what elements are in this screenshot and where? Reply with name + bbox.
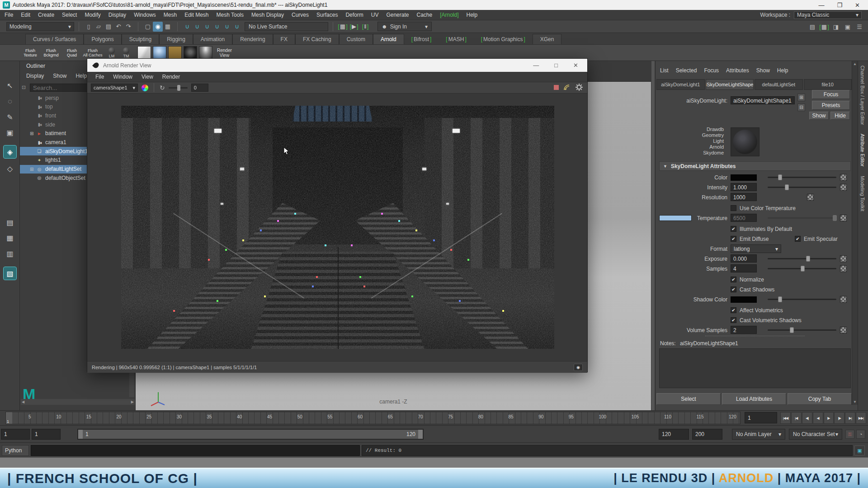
color-swatch[interactable]	[731, 174, 757, 181]
shelf-tab-mash[interactable]: MASH	[439, 34, 473, 44]
ae-tab-aiskydomelightshape1[interactable]: aiSkyDomeLightShape1	[706, 79, 754, 90]
go-to-start-button[interactable]: |◀◀	[780, 412, 791, 424]
cast-volumetric-shadows-checkbox[interactable]: ✔	[731, 317, 736, 323]
ae-tab-defaultlightset[interactable]: defaultLightSet	[755, 79, 803, 90]
hide-button[interactable]: Hide	[830, 112, 850, 120]
toggle-outliner-icon[interactable]: ▣	[843, 22, 853, 32]
snapshot-camera-icon[interactable]: ◉	[574, 364, 583, 371]
animation-end-field[interactable]: 200	[692, 429, 722, 440]
volume-samples-slider[interactable]	[768, 329, 836, 331]
menu-surfaces[interactable]: Surfaces	[316, 12, 338, 18]
rv-menu-view[interactable]: View	[142, 74, 153, 80]
ae-tab-file10[interactable]: file10	[804, 79, 852, 90]
format-select[interactable]: latlong ▾	[731, 244, 781, 253]
expand-node-icon[interactable]: ⊞	[797, 94, 805, 101]
outliner-menu-show[interactable]: Show	[53, 73, 66, 79]
menu-arnold[interactable]: [Arnold]	[440, 12, 458, 18]
shelf-area-light-button[interactable]	[168, 46, 182, 60]
menu-file[interactable]: File	[5, 12, 13, 18]
scroll-up-icon[interactable]: ▲	[853, 62, 857, 66]
gear-icon[interactable]	[576, 84, 583, 91]
ae-menu-show[interactable]: Show	[756, 67, 770, 74]
scroll-right-icon[interactable]: ▶	[131, 400, 134, 404]
menu-generate[interactable]: Generate	[386, 12, 409, 18]
open-scene-icon[interactable]: ▱	[94, 22, 104, 32]
focus-button[interactable]: Focus	[812, 90, 850, 99]
character-set-select[interactable]: No Character Set▾	[789, 429, 842, 440]
undo-icon[interactable]: ↶	[113, 22, 123, 32]
shelf-tab-fx-caching[interactable]: FX Caching	[295, 34, 339, 44]
menu-curves[interactable]: Curves	[292, 12, 309, 18]
color-management-icon[interactable]	[142, 84, 148, 91]
scale-tool[interactable]: ◇	[4, 162, 16, 175]
lasso-select-tool[interactable]: ◌	[4, 95, 16, 108]
node-name-field[interactable]: aiSkyDomeLightShape1	[731, 96, 795, 104]
side-tab-channel-box[interactable]: Channel Box / Layer Editor	[858, 61, 867, 129]
show-button[interactable]: Show	[809, 112, 829, 120]
menu-modify[interactable]: Modify	[85, 12, 100, 18]
save-scene-icon[interactable]: ▤	[104, 22, 113, 32]
translate-tool[interactable]: ▣	[4, 126, 16, 139]
scroll-down-icon[interactable]: ▼	[853, 400, 857, 404]
map-texture-icon[interactable]	[840, 296, 847, 303]
flush-bckgrnd-button[interactable]: Flush Bckgrnd	[41, 46, 61, 60]
step-back-key-button[interactable]: |◀	[791, 412, 802, 424]
render-camera-select[interactable]: cameraShape1 ▾	[91, 84, 138, 92]
intensity-field[interactable]: 1.000	[731, 183, 757, 191]
minimize-button[interactable]: —	[818, 2, 824, 9]
render-view-titlebar[interactable]: Arnold Render View — □ ✕	[87, 59, 587, 72]
maximize-button[interactable]: ❐	[837, 2, 842, 9]
make-live-icon[interactable]: ∪	[232, 22, 242, 32]
samples-field[interactable]: 4	[731, 264, 757, 272]
ipr-render-icon[interactable]: ▶	[349, 22, 359, 32]
map-texture-icon[interactable]	[840, 255, 847, 262]
map-texture-icon[interactable]	[840, 184, 847, 191]
render-current-frame-icon[interactable]: ▦	[338, 22, 348, 32]
shadow-color-swatch[interactable]	[731, 296, 757, 303]
shelf-tab-custom[interactable]: Custom	[339, 34, 373, 44]
map-texture-icon[interactable]	[840, 327, 847, 333]
sign-in-button[interactable]: ☻ Sign In ▾	[377, 22, 432, 31]
shelf-photometric-light-button[interactable]	[184, 46, 197, 60]
samples-slider[interactable]	[768, 268, 836, 269]
current-tool[interactable]: ◈	[4, 145, 16, 158]
light-preview-swatch[interactable]	[731, 127, 760, 156]
texture-manager-button[interactable]: TM	[120, 46, 132, 60]
step-forward-frame-button[interactable]: |▶	[834, 412, 844, 424]
flush-all-caches-button[interactable]: Flush All Caches	[82, 46, 103, 60]
menu-edit-mesh[interactable]: Edit Mesh	[184, 12, 208, 18]
shelf-plane-light-button[interactable]	[137, 46, 151, 60]
resolution-field[interactable]: 1000	[731, 193, 757, 201]
render-settings-icon[interactable]: ‖	[360, 22, 370, 32]
flush-texture-button[interactable]: Flush Texture	[20, 46, 41, 60]
side-tab-modeling-toolkit[interactable]: Modeling Toolkit	[858, 171, 867, 216]
skydome-attributes-section[interactable]: ▼ SkyDomeLight Attributes	[659, 161, 851, 171]
menu-deform[interactable]: Deform	[345, 12, 363, 18]
snap-to-projected-center-icon[interactable]: ∪	[212, 22, 222, 32]
close-button[interactable]: ✕	[573, 62, 578, 69]
normalize-checkbox[interactable]: ✔	[731, 277, 736, 282]
color-slider[interactable]	[768, 177, 836, 178]
ae-copy-tab-button[interactable]: Copy Tab	[788, 393, 852, 405]
map-texture-icon[interactable]	[840, 174, 847, 181]
ae-menu-selected[interactable]: Selected	[676, 67, 697, 74]
layout-single-pane-button[interactable]: ▤	[4, 216, 16, 229]
step-back-frame-button[interactable]: ◀|	[802, 412, 812, 424]
intensity-slider[interactable]	[768, 187, 836, 188]
expand-icon[interactable]: ⊞	[30, 131, 35, 136]
no-live-surface-field[interactable]: No Live Surface	[245, 22, 328, 31]
debug-shading-slider[interactable]	[169, 87, 188, 89]
shelf-tab-rendering[interactable]: Rendering	[232, 34, 273, 44]
paint-select-tool[interactable]: ✎	[4, 111, 16, 123]
anim-layer-select[interactable]: No Anim Layer▾	[732, 429, 785, 440]
workspace-panel-icon[interactable]: ☰	[854, 22, 864, 32]
auto-keyframe-icon[interactable]: ⚿	[845, 430, 854, 439]
shelf-tab-sculpting[interactable]: Sculpting	[122, 34, 159, 44]
rv-menu-file[interactable]: File	[95, 74, 104, 80]
command-input[interactable]	[31, 445, 360, 456]
emit-specular-checkbox[interactable]: ✔	[795, 236, 801, 242]
notes-textarea[interactable]	[659, 348, 851, 388]
select-component-mask-icon[interactable]: ▦	[163, 22, 173, 32]
exposure-slider[interactable]	[768, 258, 836, 259]
refresh-render-icon[interactable]: ↻	[160, 84, 165, 91]
